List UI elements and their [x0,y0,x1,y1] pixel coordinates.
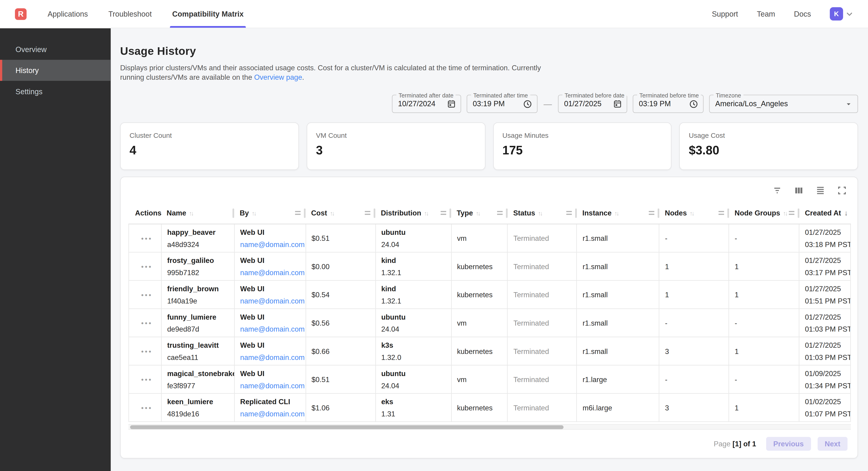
column-menu-icon[interactable] [365,211,370,215]
row-actions-button[interactable]: ●●● [140,377,152,382]
table-row: ●●●frosty_galileo995b7182Web UIname@doma… [129,253,851,281]
column-separator[interactable] [575,208,577,218]
filter-terminated-after-date[interactable]: Terminated after date10/27/2024 [392,95,461,113]
sidebar-item-settings[interactable]: Settings [0,81,111,102]
column-header-nodes[interactable]: Nodes↑↓ [659,202,729,224]
column-separator[interactable] [304,208,306,218]
column-separator[interactable] [232,208,234,218]
previous-page-button[interactable]: Previous [766,437,811,451]
column-separator[interactable] [727,208,729,218]
overview-page-link[interactable]: Overview page [254,73,302,81]
avatar[interactable]: K [830,7,843,21]
distribution-version: 24.04 [381,325,447,333]
sort-icon[interactable]: ↑↓ [690,210,693,216]
filter-timezone-select[interactable]: TimezoneAmerica/Los_Angeles [709,95,858,113]
account-menu[interactable]: K [830,7,854,21]
filter-icon[interactable] [772,185,782,196]
sort-icon[interactable]: ↑↓ [476,210,479,216]
column-header-status[interactable]: Status↑↓ [508,202,577,224]
row-actions-button[interactable]: ●●● [140,320,152,325]
column-separator[interactable] [506,208,507,218]
column-header-distribution[interactable]: Distribution↑↓ [375,202,451,224]
column-menu-icon[interactable] [295,211,301,215]
column-menu-icon[interactable] [789,211,794,215]
cell-by: Web UIname@domain.com [235,365,306,393]
next-page-button[interactable]: Next [817,437,847,451]
calendar-icon[interactable] [613,99,622,109]
column-header-instance[interactable]: Instance↑↓ [577,202,659,224]
density-icon[interactable] [815,185,826,196]
column-header-name[interactable]: Name↑↓ [161,202,234,224]
chevron-down-icon[interactable] [845,9,854,19]
column-header-node-groups[interactable]: Node Groups↑↓ [729,202,799,224]
cell-by: Replicated CLIname@domain.com [235,394,306,421]
link-support[interactable]: Support [712,10,738,18]
cell-by: Web UIname@domain.com [235,337,306,365]
sort-icon[interactable]: ↑↓ [614,210,618,216]
created-by-email[interactable]: name@domain.com [240,410,302,418]
clock-icon[interactable] [523,99,532,109]
column-menu-icon[interactable] [649,211,654,215]
sort-icon[interactable]: ↑↓ [252,210,255,216]
column-separator[interactable] [798,208,799,218]
columns-icon[interactable] [794,185,804,196]
distribution-version: 24.04 [381,381,447,390]
row-actions-button[interactable]: ●●● [140,236,152,241]
clock-icon[interactable] [688,99,699,109]
row-actions-button[interactable]: ●●● [140,405,152,410]
column-menu-icon[interactable] [441,211,446,215]
column-separator[interactable] [658,208,659,218]
row-actions-button[interactable]: ●●● [140,349,152,354]
column-menu-icon[interactable] [566,211,572,215]
column-label: Node Groups [735,209,780,217]
column-header-type[interactable]: Type↑↓ [451,202,507,224]
horizontal-scrollbar[interactable] [128,424,851,430]
column-header-by[interactable]: By↑↓ [234,202,306,224]
sort-desc-icon[interactable]: ↓ [844,209,848,217]
created-by-email[interactable]: name@domain.com [240,353,302,361]
distribution-name: kind [381,256,447,264]
app-logo[interactable]: R [15,8,27,20]
sort-icon[interactable]: ↑↓ [538,210,542,216]
sort-icon[interactable]: ↑↓ [424,210,428,216]
created-by-email[interactable]: name@domain.com [240,268,302,276]
sort-icon[interactable]: ↑↓ [783,210,787,216]
created-by-email[interactable]: name@domain.com [240,381,302,390]
tab-applications[interactable]: Applications [46,0,89,28]
created-by-email[interactable]: name@domain.com [240,297,302,305]
instance-value: r1.small [583,234,656,242]
filter-terminated-before-time[interactable]: Terminated before time03:19 PM [633,95,704,113]
sort-icon[interactable]: ↑↓ [330,210,334,216]
node-groups-value: - [735,375,796,383]
column-header-cost[interactable]: Cost↑↓ [306,202,375,224]
column-separator[interactable] [374,208,375,218]
created-by-email[interactable]: name@domain.com [240,325,302,333]
row-actions-button[interactable]: ●●● [140,292,152,297]
cell-distribution: k3s1.32.0 [376,337,452,365]
column-separator[interactable] [450,208,451,218]
column-menu-icon[interactable] [497,211,503,215]
sort-icon[interactable]: ↑↓ [189,210,193,216]
filter-terminated-before-date[interactable]: Terminated before date01/27/2025 [558,95,627,113]
calendar-icon[interactable] [447,99,456,109]
filter-terminated-after-time[interactable]: Terminated after time03:19 PM [467,95,538,113]
cell-name: keen_lumiere4819de16 [162,394,235,421]
link-team[interactable]: Team [757,10,775,18]
tab-troubleshoot[interactable]: Troubleshoot [107,0,153,28]
link-docs[interactable]: Docs [794,10,811,18]
created-by-email[interactable]: name@domain.com [240,240,302,248]
cluster-name: keen_lumiere [167,397,231,406]
horizontal-scrollbar-thumb[interactable] [130,425,564,429]
row-actions-button[interactable]: ●●● [140,264,152,269]
column-menu-icon[interactable] [718,211,724,215]
sidebar-item-overview[interactable]: Overview [0,39,111,60]
cell-node-groups: - [729,365,799,393]
sidebar-item-history[interactable]: History [0,60,111,81]
tab-compatibility-matrix[interactable]: Compatibility Matrix [171,0,245,28]
fullscreen-icon[interactable] [837,185,847,196]
main-content: Usage History Displays prior clusters/VM… [111,28,868,471]
caret-down-icon[interactable] [844,99,853,108]
cell-created-at: 01/27/202501:51 PM PST [799,281,851,308]
cell-actions: ●●● [129,281,162,308]
column-header-created-at[interactable]: Created At↓ [799,202,851,224]
